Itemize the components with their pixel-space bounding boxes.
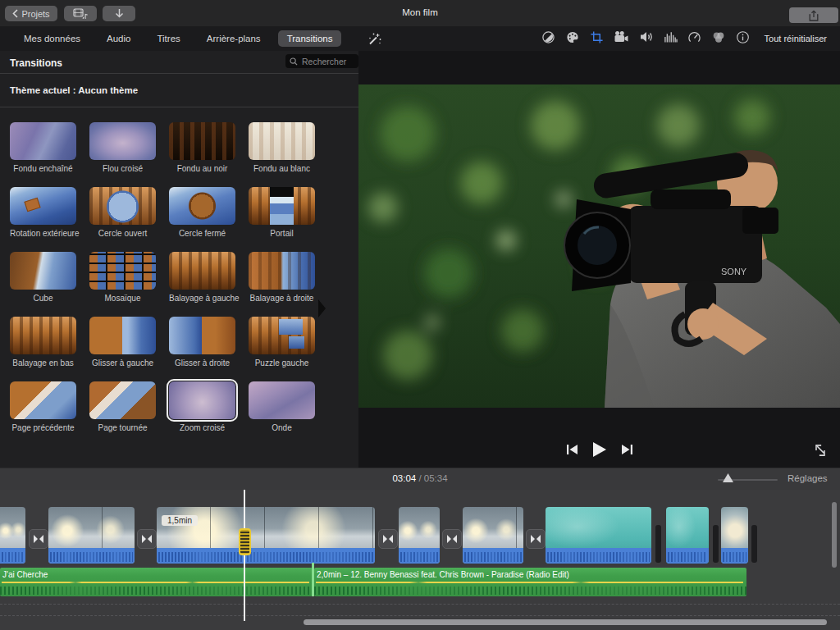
volume-line[interactable] (2, 582, 309, 583)
collapsed-clip[interactable] (751, 525, 757, 563)
color-correction-button[interactable] (565, 30, 580, 48)
reset-all-button[interactable]: Tout réinitialiser (765, 34, 827, 43)
empty-lane-divider (0, 604, 840, 605)
timeline-clip[interactable] (666, 507, 709, 564)
transition-item[interactable]: Glisser à gauche (89, 317, 156, 372)
speed-button[interactable] (687, 30, 701, 48)
volume-button[interactable] (639, 30, 654, 47)
enhance-wand-button[interactable] (368, 32, 381, 49)
transition-item[interactable]: Cube (10, 252, 76, 308)
transition-marker[interactable] (442, 529, 462, 549)
music-clip[interactable]: 2,0min – 12. Benny Benassi feat. Chris B… (314, 568, 746, 596)
transition-thumbnail[interactable] (10, 122, 76, 160)
noise-eq-button[interactable] (664, 30, 678, 47)
tab-mes-donnees[interactable]: Mes données (15, 30, 89, 47)
transition-item[interactable]: Balayage à droite (249, 252, 315, 308)
transition-thumbnail[interactable] (89, 317, 156, 354)
timeline-clip[interactable] (0, 507, 25, 564)
transition-item[interactable]: Page tournée (89, 381, 156, 437)
search-field[interactable] (285, 54, 358, 68)
settings-button[interactable]: Réglages (788, 473, 828, 483)
skip-to-end-button[interactable] (621, 444, 633, 459)
waveform (158, 552, 373, 562)
transition-thumbnail[interactable] (89, 252, 156, 290)
equalizer-bars-icon (664, 30, 678, 43)
fullscreen-button[interactable] (812, 442, 829, 462)
playhead[interactable] (244, 490, 245, 621)
timeline[interactable]: 1,5min J'ai Cherche 2,0min – 12. Benny B… (0, 490, 840, 630)
transition-item[interactable]: Cercle ouvert (89, 187, 156, 243)
transition-item[interactable]: Page précédente (10, 381, 76, 437)
tab-arriere-plans[interactable]: Arrière-plans (198, 30, 270, 47)
transition-thumbnail[interactable] (169, 252, 235, 290)
transition-thumbnail[interactable] (89, 187, 156, 225)
transition-thumbnail[interactable] (169, 317, 235, 354)
transition-thumbnail-selected[interactable] (169, 381, 235, 419)
video-camera-icon (614, 30, 629, 43)
search-input[interactable] (300, 56, 354, 67)
transition-item[interactable]: Balayage à gauche (169, 252, 235, 308)
info-icon (736, 30, 750, 44)
transition-item[interactable]: Portail (249, 187, 315, 243)
transition-marker[interactable] (29, 529, 48, 549)
transition-marker[interactable] (137, 529, 157, 549)
transition-item[interactable]: Puzzle gauche (249, 317, 315, 372)
info-button[interactable] (736, 30, 750, 48)
music-clip[interactable]: J'ai Cherche (0, 568, 313, 596)
filters-button[interactable] (711, 30, 726, 48)
imovie-app: Projets Mon film Mes données Audio (0, 0, 840, 630)
transition-thumbnail[interactable] (249, 187, 315, 225)
transition-thumbnail[interactable] (249, 122, 315, 160)
transition-thumbnail[interactable] (89, 122, 156, 160)
tab-titres[interactable]: Titres (148, 30, 189, 47)
transition-marker[interactable] (378, 529, 398, 549)
timeline-clip[interactable] (399, 507, 440, 564)
transition-item[interactable]: Fondu au blanc (249, 122, 315, 178)
color-balance-button[interactable] (541, 30, 555, 48)
transition-item[interactable]: Fondu enchaîné (10, 122, 76, 178)
transition-item[interactable]: Glisser à droite (169, 317, 235, 372)
playhead-trim-handle[interactable] (239, 528, 251, 555)
transition-item[interactable]: Mosaïque (89, 252, 156, 308)
timeline-clip[interactable] (546, 507, 651, 564)
skip-to-start-button[interactable] (566, 444, 578, 459)
collapsed-clip[interactable] (655, 525, 661, 563)
play-button[interactable] (592, 441, 607, 461)
transition-thumbnail[interactable] (249, 317, 315, 354)
tab-audio[interactable]: Audio (98, 30, 139, 47)
transition-thumbnail[interactable] (10, 381, 76, 419)
transition-thumbnail[interactable] (249, 252, 315, 290)
transition-marker[interactable] (526, 529, 546, 549)
transition-thumbnail[interactable] (169, 187, 235, 225)
timeline-clip[interactable] (721, 507, 748, 564)
timeline-clip[interactable] (463, 507, 523, 564)
volume-line[interactable] (316, 582, 743, 583)
transitions-panel: Transitions Thème actuel : Aucun thème F… (0, 51, 359, 468)
crop-button[interactable] (590, 30, 604, 48)
transition-item[interactable]: Fondu au noir (169, 122, 235, 178)
stabilization-button[interactable] (614, 30, 629, 47)
tabs: Mes données Audio Titres Arrière-plans T… (15, 26, 341, 51)
transition-thumbnail[interactable] (249, 381, 315, 419)
transition-thumbnail[interactable] (10, 317, 76, 354)
transition-item[interactable]: Onde (249, 381, 315, 437)
timeline-clip[interactable] (48, 507, 135, 564)
tab-transitions[interactable]: Transitions (278, 30, 342, 47)
transition-item[interactable]: Flou croisé (89, 122, 156, 178)
collapsed-clip[interactable] (713, 525, 719, 563)
transition-item[interactable]: Rotation extérieure (10, 187, 76, 243)
horizontal-scrollbar[interactable] (304, 619, 827, 625)
transition-item[interactable]: Cercle fermé (169, 187, 235, 243)
transition-thumbnail[interactable] (10, 187, 76, 225)
vertical-scrollbar[interactable] (832, 502, 837, 568)
play-icon (592, 441, 607, 458)
transition-label: Glisser à gauche (89, 358, 156, 368)
transition-thumbnail[interactable] (10, 252, 76, 290)
transition-label: Cube (10, 294, 76, 303)
transition-thumbnail[interactable] (169, 122, 235, 160)
share-button[interactable] (789, 7, 838, 23)
transition-item[interactable]: Balayage en bas (10, 317, 76, 372)
transition-item-selected[interactable]: Zoom croisé (169, 381, 235, 437)
transition-thumbnail[interactable] (89, 381, 156, 419)
divider (0, 73, 358, 74)
